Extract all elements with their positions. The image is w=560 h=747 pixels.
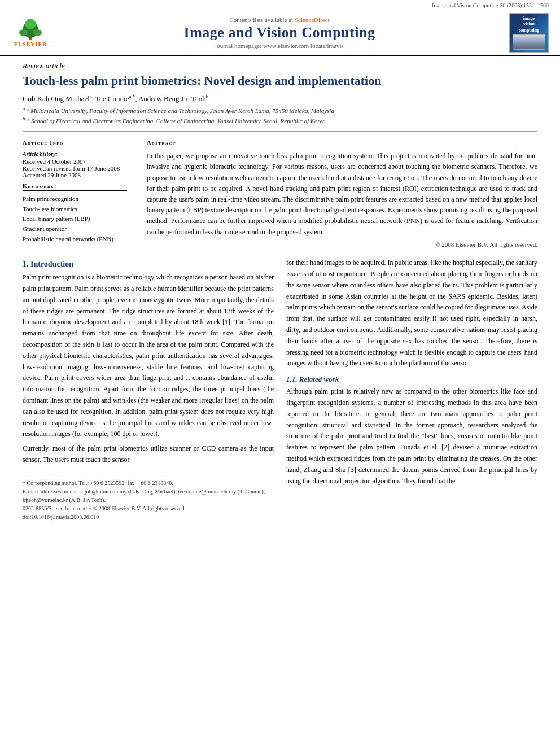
article-body: Review article Touch-less palm print bio… <box>0 56 560 532</box>
keyword-5: Probabilistic neural networks (PNN) <box>23 234 127 244</box>
footnote-copyright: 0262-8856/$ - see front matter © 2008 El… <box>23 504 274 513</box>
review-label: Review article <box>23 62 537 71</box>
svg-point-2 <box>19 29 28 36</box>
keyword-1: Palm print recognition <box>23 194 127 204</box>
article-info-header: Article Info <box>23 139 127 147</box>
keyword-2: Touch-less biometrics <box>23 204 127 215</box>
article-info-column: Article Info Article history: Received 4… <box>23 136 135 248</box>
elsevier-logo: ELSEVIER <box>11 16 50 50</box>
subsection-text: Although palm print is relatively new as… <box>286 386 537 487</box>
article-info-abstract: Article Info Article history: Received 4… <box>23 131 537 248</box>
journal-thumb-label: imagevisioncomputing <box>519 16 539 33</box>
keyword-3: Local binary pattern (LBP) <box>23 214 127 224</box>
keyword-4: Gradient operator <box>23 224 127 234</box>
authors: Goh Kah Ong Michaela, Tee Conniea,*, And… <box>23 94 537 103</box>
journal-cover-image <box>513 34 545 50</box>
elsevier-label: ELSEVIER <box>14 41 47 47</box>
intro-para-1: Palm print recognition is a biometric te… <box>23 272 274 440</box>
abstract-header: Abstract <box>147 139 537 147</box>
right-para-1: for their hand images to be acquired. In… <box>286 257 537 369</box>
sciencedirect-bar: Contents lists available at ScienceDirec… <box>50 16 509 23</box>
main-content: 1. Introduction Palm print recognition i… <box>23 257 537 521</box>
sciencedirect-link[interactable]: ScienceDirect <box>295 16 330 23</box>
journal-ref: Image and Vision Computing 26 (2008) 155… <box>0 0 560 10</box>
main-right-column: for their hand images to be acquired. In… <box>286 257 537 521</box>
keywords-group: Keywords: Palm print recognition Touch-l… <box>23 183 127 244</box>
footnote-doi: doi:10.1016/j.imavis.2008.06.010 <box>23 513 274 521</box>
revised-date: Received in revised form 17 June 2008 <box>23 165 127 172</box>
journal-header-center: Contents lists available at ScienceDirec… <box>50 16 509 49</box>
accepted-date: Accepted 29 June 2008 <box>23 172 127 178</box>
svg-point-4 <box>25 19 36 29</box>
footnote-area: * Corresponding author. Tel.: +60 6 2523… <box>23 475 274 521</box>
history-label: Article history: <box>23 151 127 157</box>
received-date: Received 4 October 2007 <box>23 158 127 165</box>
svg-point-3 <box>33 29 42 36</box>
journal-title: Image and Vision Computing <box>50 24 509 41</box>
article-title: Touch-less palm print biometrics: Novel … <box>23 73 537 89</box>
intro-para-2: Currently, most of the palm print biomet… <box>23 443 274 466</box>
abstract-copyright: © 2008 Elsevier B.V. All rights reserved… <box>147 241 537 248</box>
footnote-emails: E-mail addresses: michael.goh@mmu.edu.my… <box>23 487 274 504</box>
abstract-column: Abstract In this paper, we propose an in… <box>147 136 537 248</box>
main-left-column: 1. Introduction Palm print recognition i… <box>23 257 274 521</box>
article-history: Article history: Received 4 October 2007… <box>23 151 127 178</box>
affiliation-b: b ᵇ School of Electrical and Electronics… <box>23 116 537 125</box>
affiliation-a: a ᵃ Multimedia University, Faculty of In… <box>23 106 537 115</box>
intro-title: 1. Introduction <box>23 260 274 269</box>
keywords-header: Keywords: <box>23 183 127 191</box>
keywords-list: Palm print recognition Touch-less biomet… <box>23 194 127 244</box>
journal-homepage: journal homepage: www.elsevier.com/locat… <box>50 42 509 49</box>
journal-header: ELSEVIER Contents lists available at Sci… <box>0 10 560 56</box>
journal-thumbnail: imagevisioncomputing <box>509 13 549 53</box>
footnote-corresponding: * Corresponding author. Tel.: +60 6 2523… <box>23 479 274 487</box>
abstract-text: In this paper, we propose an innovative … <box>147 151 537 238</box>
subsection-title: 1.1. Related work <box>286 375 537 384</box>
elsevier-tree-icon <box>16 19 45 41</box>
